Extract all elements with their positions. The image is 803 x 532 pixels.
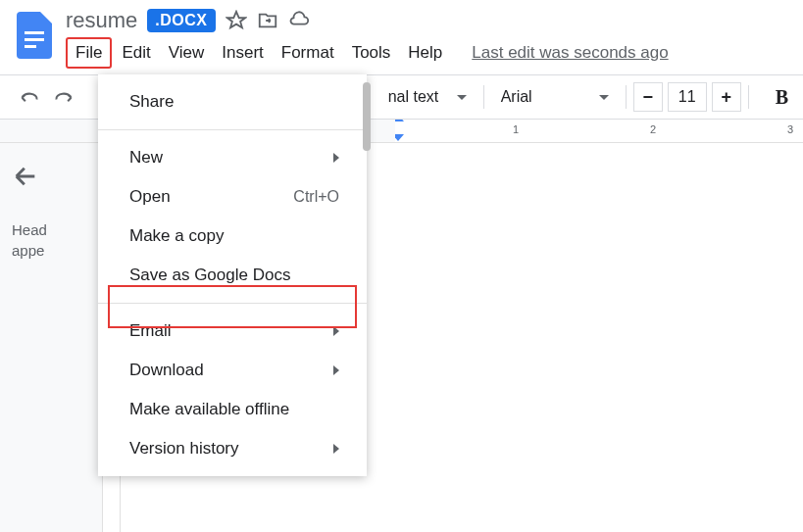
- move-folder-icon[interactable]: [257, 10, 278, 31]
- document-title[interactable]: resume: [66, 8, 137, 33]
- shortcut-label: Ctrl+O: [293, 188, 339, 206]
- font-size-input[interactable]: 11: [668, 82, 707, 112]
- star-icon[interactable]: [226, 10, 247, 31]
- menu-view[interactable]: View: [161, 39, 213, 67]
- font-dropdown[interactable]: Arial: [491, 81, 619, 113]
- menu-download[interactable]: Download: [98, 351, 367, 390]
- ruler-tick: 2: [650, 123, 656, 135]
- outline-text-line: appe: [12, 240, 90, 261]
- chevron-down-icon: [599, 95, 609, 100]
- menu-scrollbar[interactable]: [363, 82, 371, 151]
- menu-open[interactable]: Open Ctrl+O: [98, 177, 367, 217]
- cloud-status-icon[interactable]: [288, 10, 310, 31]
- font-label: Arial: [501, 88, 532, 106]
- svg-rect-1: [25, 38, 44, 41]
- menu-make-copy[interactable]: Make a copy: [98, 217, 367, 256]
- menu-share[interactable]: Share: [98, 82, 367, 121]
- ruler-tick: 3: [787, 123, 793, 135]
- font-size-decrease-button[interactable]: −: [633, 82, 663, 112]
- submenu-arrow-icon: [333, 365, 339, 375]
- svg-rect-0: [25, 31, 44, 34]
- indent-marker-icon[interactable]: [395, 134, 404, 141]
- horizontal-ruler[interactable]: 1 2 3: [395, 120, 803, 142]
- submenu-arrow-icon: [333, 444, 339, 454]
- back-arrow-icon[interactable]: [12, 163, 39, 190]
- submenu-arrow-icon: [333, 326, 339, 336]
- menu-new[interactable]: New: [98, 138, 367, 177]
- style-dropdown[interactable]: nal text: [388, 81, 477, 113]
- menu-edit[interactable]: Edit: [114, 39, 158, 67]
- outline-text-line: Head: [12, 219, 90, 240]
- undo-button[interactable]: [15, 82, 44, 112]
- chevron-down-icon: [457, 95, 467, 100]
- svg-rect-2: [25, 45, 36, 48]
- menu-insert[interactable]: Insert: [214, 39, 272, 67]
- font-size-increase-button[interactable]: +: [712, 82, 741, 112]
- redo-button[interactable]: [49, 82, 78, 112]
- docx-badge: .DOCX: [147, 9, 215, 32]
- docs-logo-icon[interactable]: [12, 6, 56, 65]
- bold-button[interactable]: B: [776, 86, 788, 109]
- last-edit-link[interactable]: Last edit was seconds ago: [472, 43, 668, 63]
- menu-make-available-offline[interactable]: Make available offline: [98, 390, 367, 429]
- menu-tools[interactable]: Tools: [344, 39, 399, 67]
- style-label: nal text: [388, 88, 439, 106]
- menu-help[interactable]: Help: [400, 39, 450, 67]
- menu-file[interactable]: File: [66, 37, 112, 69]
- file-menu-dropdown: Share New Open Ctrl+O Make a copy Save a…: [98, 74, 367, 476]
- menu-version-history[interactable]: Version history: [98, 429, 367, 468]
- menu-save-as-google-docs[interactable]: Save as Google Docs: [98, 256, 367, 295]
- ruler-tick: 1: [513, 123, 519, 135]
- outline-sidebar: Head appe: [0, 143, 103, 532]
- menu-email[interactable]: Email: [98, 312, 367, 351]
- submenu-arrow-icon: [333, 153, 339, 163]
- menu-format[interactable]: Format: [274, 39, 342, 67]
